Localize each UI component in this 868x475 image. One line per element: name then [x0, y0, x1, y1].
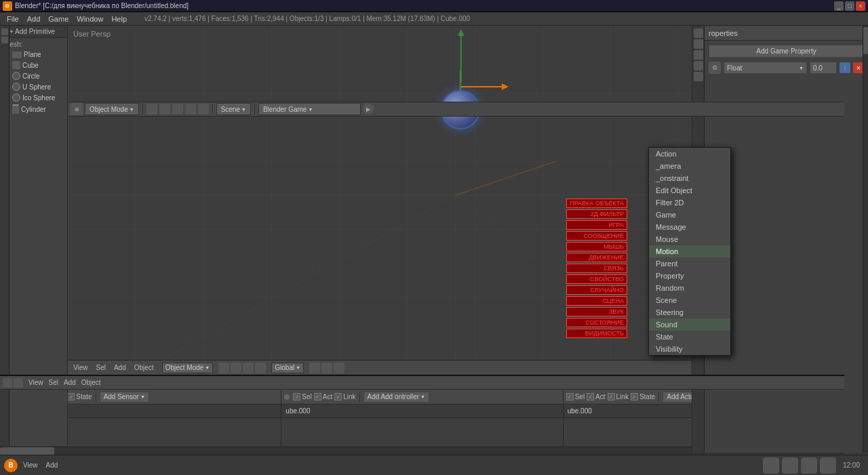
ru-label-action[interactable]: ПРАВКА ОБЪЕКТА [566, 199, 627, 208]
menu-game[interactable]: Game [44, 12, 73, 25]
ru-label-sound[interactable]: ЗВУК [566, 307, 627, 316]
ru-label-motion[interactable]: ДВИЖЕНИЕ [566, 253, 627, 262]
ru-label-mouse[interactable]: МЫШЬ [566, 242, 627, 251]
vp-icon-1[interactable] [218, 363, 229, 373]
sidebar-icon-2[interactable] [1, 37, 8, 43]
toolbar-icon-2[interactable] [159, 104, 170, 115]
toolbar-icon-1[interactable] [146, 104, 157, 115]
mesh-item-icosphere[interactable]: Ico Sphere [9, 92, 67, 103]
toolbar-icon-4[interactable] [185, 104, 196, 115]
dropdown-item-state[interactable]: State [649, 331, 730, 343]
vp-mode-btn[interactable]: Object Mode▼ [162, 363, 214, 373]
view-menu[interactable]: View [71, 364, 91, 371]
act-link-checkbox[interactable]: ✓ Link [608, 393, 629, 400]
dropdown-item-parent[interactable]: Parent [649, 257, 730, 270]
view-btn[interactable]: View [26, 379, 46, 386]
ru-label-visibility[interactable]: ВИДИМОСТЬ [566, 329, 627, 338]
dropdown-item-constraint[interactable]: _onstraint [649, 172, 730, 184]
sidebar-icon-1[interactable] [1, 28, 8, 35]
add-menu[interactable]: Add [111, 364, 129, 371]
sel-btn[interactable]: Sel [46, 379, 61, 386]
taskbar-icon-1[interactable] [763, 457, 779, 474]
ru-label-state[interactable]: СОСТОЯНИЕ [566, 318, 627, 327]
rp-icon-1[interactable] [694, 28, 703, 38]
view-mode-icon[interactable]: ⊞ [71, 103, 83, 115]
dropdown-item-steering[interactable]: Steering [649, 306, 730, 318]
ru-label-message[interactable]: СООБЩЕНИЕ [566, 231, 627, 241]
taskbar-icon-2[interactable] [782, 457, 798, 474]
taskbar-icon-4[interactable] [820, 457, 836, 474]
ru-label-2dfilter[interactable]: 2Д ФИЛЬТР [566, 209, 627, 219]
dropdown-item-message[interactable]: Message [649, 221, 730, 233]
add-sensor-dropdown[interactable]: Add Sensor ▼ [100, 392, 149, 402]
dropdown-item-game[interactable]: Game [649, 209, 730, 221]
toolbar-icon-3[interactable] [172, 104, 183, 115]
close-button[interactable]: × [856, 1, 865, 11]
vp-icon-2[interactable] [231, 363, 241, 373]
add-btn[interactable]: Add [61, 379, 79, 386]
dropdown-item-mouse[interactable]: Mouse [649, 233, 730, 245]
snap-icon[interactable] [309, 363, 320, 373]
sel-menu[interactable]: Sel [94, 364, 108, 371]
prop-edit-icon[interactable] [321, 363, 332, 373]
dropdown-item-camera[interactable]: _amera [649, 160, 730, 172]
toolbar-icon-5[interactable] [198, 104, 209, 115]
ru-label-random[interactable]: СЛУЧАЙНО [566, 285, 627, 295]
menu-help[interactable]: Help [107, 12, 131, 25]
mesh-item-cube[interactable]: Cube [9, 60, 67, 70]
menu-window[interactable]: Window [73, 12, 107, 25]
scene-dropdown[interactable]: Scene ▼ [216, 103, 251, 115]
dropdown-item-filter2d[interactable]: Filter 2D [649, 197, 730, 209]
ru-label-scene[interactable]: СЦЕНА [566, 296, 627, 306]
ru-label-game[interactable]: ИГРА [566, 220, 627, 230]
play-icon[interactable]: ▶ [363, 104, 374, 115]
act-act-checkbox[interactable]: ✓ Act [587, 393, 605, 400]
prop-type-dropdown[interactable]: Float ▼ [724, 62, 807, 74]
mesh-item-cylinder[interactable]: Cylinder [9, 103, 67, 115]
maximize-button[interactable]: □ [845, 1, 854, 11]
ru-label-parent[interactable]: СВЯЗЬ [566, 264, 627, 273]
minimize-button[interactable]: _ [834, 1, 844, 11]
ctr-link-checkbox[interactable]: ✓ Link [334, 393, 355, 400]
rp-icon-2[interactable] [694, 39, 703, 49]
rp-icon-4[interactable] [694, 61, 703, 70]
ctr-act-checkbox[interactable]: ✓ Act [314, 393, 332, 400]
prop-info-icon[interactable]: i [840, 62, 850, 73]
rp-icon-5[interactable] [694, 72, 703, 81]
mesh-item-circle[interactable]: Circle [9, 70, 67, 81]
rp-icon-3[interactable] [694, 50, 703, 60]
dropdown-item-visibility[interactable]: Visibility [649, 343, 730, 355]
global-dropdown[interactable]: Global▼ [271, 363, 304, 373]
add-controller-dropdown[interactable]: Add Add ontroller ▼ [363, 392, 429, 402]
le-icon-2[interactable] [14, 378, 23, 388]
vp-icon-4[interactable] [255, 363, 266, 373]
sculpt-icon[interactable] [334, 363, 344, 373]
dropdown-item-scene[interactable]: Scene [649, 294, 730, 306]
menu-add[interactable]: Add [23, 12, 45, 25]
le-icon-1[interactable] [3, 378, 12, 388]
ru-label-property[interactable]: СВОЙСТВО [566, 274, 627, 284]
dropdown-item-editobject[interactable]: Edit Object [649, 184, 730, 197]
statusbar-add[interactable]: Add [43, 461, 61, 469]
game-engine-dropdown[interactable]: Blender Game ▼ [258, 103, 361, 115]
v-scrollbar-right[interactable] [863, 26, 868, 453]
prop-value-input[interactable]: 0.0 [810, 62, 837, 74]
state-checkbox[interactable]: ✓ State [67, 393, 92, 400]
dropdown-item-property[interactable]: Property [649, 270, 730, 282]
ctr-sel-checkbox[interactable]: ✓ Sel [293, 393, 311, 400]
mode-dropdown[interactable]: Object Mode ▼ [85, 103, 139, 115]
dropdown-item-motion[interactable]: Motion [649, 245, 730, 257]
statusbar-view[interactable]: View [20, 461, 41, 469]
menu-file[interactable]: File [3, 12, 23, 25]
mesh-item-usphere[interactable]: U Sphere [9, 81, 67, 92]
act-state-checkbox[interactable]: ✓ State [631, 393, 655, 400]
dropdown-item-random[interactable]: Random [649, 282, 730, 294]
add-game-property-btn[interactable]: Add Game Property [709, 45, 864, 58]
vp-icon-3[interactable] [243, 363, 254, 373]
object-btn[interactable]: Object [79, 379, 104, 386]
dropdown-item-action[interactable]: Action [649, 148, 730, 160]
mesh-item-plane[interactable]: Plane [9, 49, 67, 60]
taskbar-icon-3[interactable] [801, 457, 817, 474]
object-menu[interactable]: Object [132, 364, 157, 371]
dropdown-item-sound[interactable]: Sound [649, 318, 730, 331]
